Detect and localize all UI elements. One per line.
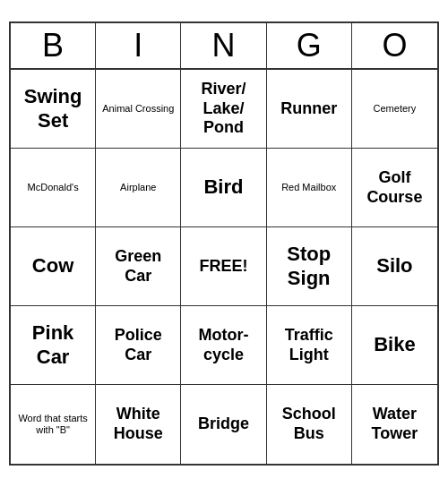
bingo-cell-8: Red Mailbox — [267, 149, 352, 227]
bingo-cell-16: Police Car — [96, 306, 181, 385]
bingo-cell-6: Airplane — [96, 149, 181, 227]
bingo-cell-7: Bird — [181, 149, 266, 227]
bingo-cell-17: Motor- cycle — [181, 306, 266, 385]
bingo-cell-21: White House — [96, 385, 181, 464]
bingo-grid: Swing SetAnimal CrossingRiver/ Lake/ Pon… — [11, 70, 437, 464]
bingo-cell-15: Pink Car — [11, 306, 96, 385]
bingo-cell-22: Bridge — [181, 385, 266, 464]
bingo-letter-g: G — [267, 23, 352, 68]
bingo-cell-4: Cemetery — [352, 70, 437, 149]
bingo-cell-12: FREE! — [181, 227, 266, 306]
bingo-cell-14: Silo — [352, 227, 437, 306]
bingo-cell-1: Animal Crossing — [96, 70, 181, 149]
bingo-cell-10: Cow — [11, 227, 96, 306]
bingo-cell-11: Green Car — [96, 227, 181, 306]
bingo-letter-o: O — [352, 23, 437, 68]
bingo-cell-5: McDonald's — [11, 149, 96, 227]
bingo-cell-20: Word that starts with "B" — [11, 385, 96, 464]
bingo-header: BINGO — [11, 23, 437, 70]
bingo-cell-23: School Bus — [267, 385, 352, 464]
bingo-cell-19: Bike — [352, 306, 437, 385]
bingo-card: BINGO Swing SetAnimal CrossingRiver/ Lak… — [9, 21, 439, 466]
bingo-cell-9: Golf Course — [352, 149, 437, 227]
bingo-cell-0: Swing Set — [11, 70, 96, 149]
bingo-cell-2: River/ Lake/ Pond — [181, 70, 266, 149]
bingo-cell-18: Traffic Light — [267, 306, 352, 385]
bingo-cell-24: Water Tower — [352, 385, 437, 464]
bingo-cell-3: Runner — [267, 70, 352, 149]
bingo-letter-b: B — [11, 23, 96, 68]
bingo-letter-i: I — [96, 23, 181, 68]
bingo-letter-n: N — [181, 23, 266, 68]
bingo-cell-13: Stop Sign — [267, 227, 352, 306]
